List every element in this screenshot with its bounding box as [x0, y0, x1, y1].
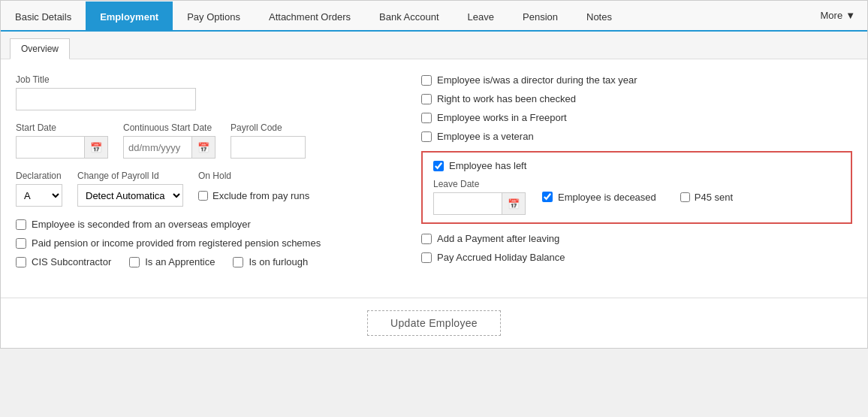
on-hold-group: On Hold Exclude from pay runs [198, 171, 309, 201]
apprentice-label: Is an Apprentice [145, 256, 215, 267]
exclude-from-pay-runs-row: Exclude from pay runs [198, 190, 309, 201]
sub-tab-bar: Overview [1, 32, 867, 59]
right-column: Employee is/was a director during the ta… [421, 74, 852, 275]
employee-deceased-label: Employee is deceased [558, 192, 656, 203]
left-column: Job Title Start Date 01/01/2017 📅 Contin… [16, 74, 391, 275]
cis-subcontractor-checkbox[interactable] [16, 257, 26, 267]
tab-bar: Basic Details Employment Pay Options Att… [1, 1, 867, 32]
continuous-start-date-input[interactable] [124, 137, 191, 158]
date-row: Start Date 01/01/2017 📅 Continuous Start… [16, 122, 391, 159]
bottom-right-checkboxes: Add a Payment after leaving Pay Accrued … [421, 233, 852, 263]
tab-pay-options[interactable]: Pay Options [173, 2, 255, 32]
leave-date-input[interactable]: 10/01/2024 [434, 193, 502, 214]
continuous-start-date-wrap: 📅 [123, 136, 215, 159]
veteran-checkbox[interactable] [421, 131, 432, 142]
payroll-code-input[interactable]: 1 [231, 136, 306, 159]
apprentice-item: Is an Apprentice [129, 256, 215, 267]
start-date-input[interactable]: 01/01/2017 [17, 137, 84, 158]
more-label: More [821, 10, 843, 21]
right-top-checkboxes: Employee is/was a director during the ta… [421, 74, 852, 142]
declaration-row: Declaration A Change of Payroll Id Detec… [16, 171, 391, 207]
seconded-checkbox[interactable] [16, 219, 26, 230]
add-payment-after-leaving-item: Add a Payment after leaving [421, 233, 852, 244]
employee-left-highlighted-box: Employee has left Leave Date 10/01/2024 … [421, 151, 852, 224]
pay-accrued-holiday-label: Pay Accrued Holiday Balance [437, 252, 565, 263]
tab-pension[interactable]: Pension [508, 2, 572, 32]
continuous-start-date-group: Continuous Start Date 📅 [123, 122, 215, 159]
add-payment-after-leaving-checkbox[interactable] [421, 234, 432, 244]
chevron-down-icon: ▼ [845, 10, 855, 21]
veteran-checkbox-item: Employee is a veteran [421, 131, 852, 142]
content-area: Job Title Start Date 01/01/2017 📅 Contin… [1, 59, 867, 290]
lower-checks-row: CIS Subcontractor Is an Apprentice Is on… [16, 256, 391, 275]
change-payroll-id-group: Change of Payroll Id Detect Automatica [77, 171, 183, 207]
start-date-calendar-btn[interactable]: 📅 [84, 137, 107, 158]
tab-employment[interactable]: Employment [86, 2, 173, 32]
director-label: Employee is/was a director during the ta… [437, 74, 637, 86]
paid-pension-checkbox-item: Paid pension or income provided from reg… [16, 237, 391, 249]
furlough-label: Is on furlough [249, 256, 308, 267]
two-columns: Job Title Start Date 01/01/2017 📅 Contin… [16, 74, 852, 275]
furlough-item: Is on furlough [233, 256, 308, 267]
on-hold-label: On Hold [198, 171, 309, 181]
seconded-checkbox-item: Employee is seconded from an overseas em… [16, 219, 391, 230]
tab-leave[interactable]: Leave [454, 2, 508, 32]
job-title-input[interactable] [16, 88, 196, 110]
change-payroll-id-select[interactable]: Detect Automatica [78, 185, 182, 206]
add-payment-after-leaving-label: Add a Payment after leaving [437, 233, 559, 244]
freeport-label: Employee works in a Freeport [437, 112, 567, 123]
footer: Update Employee [1, 298, 867, 348]
declaration-select-wrap: A [16, 184, 62, 207]
leave-date-group: Leave Date 10/01/2024 📅 [433, 179, 526, 215]
cis-subcontractor-label: CIS Subcontractor [32, 256, 111, 267]
start-date-group: Start Date 01/01/2017 📅 [16, 122, 108, 159]
change-payroll-id-wrap: Detect Automatica [77, 184, 183, 207]
job-title-group: Job Title [16, 74, 391, 110]
director-checkbox-item: Employee is/was a director during the ta… [421, 74, 852, 86]
seconded-label: Employee is seconded from an overseas em… [32, 219, 251, 230]
declaration-select[interactable]: A [17, 185, 62, 206]
update-employee-button[interactable]: Update Employee [367, 310, 501, 336]
p45-checkbox[interactable] [680, 192, 690, 202]
right-to-work-checkbox-item: Right to work has been checked [421, 93, 852, 104]
pay-accrued-holiday-item: Pay Accrued Holiday Balance [421, 252, 852, 263]
right-to-work-checkbox[interactable] [421, 94, 432, 104]
tab-basic-details[interactable]: Basic Details [1, 2, 86, 32]
exclude-from-pay-runs-checkbox[interactable] [198, 191, 208, 201]
employee-deceased-item: Employee is deceased [542, 192, 656, 203]
furlough-checkbox[interactable] [233, 257, 243, 267]
employee-deceased-checkbox[interactable] [542, 192, 553, 202]
tab-attachment-orders[interactable]: Attachment Orders [255, 2, 365, 32]
main-container: Basic Details Employment Pay Options Att… [0, 0, 868, 349]
tab-bank-account[interactable]: Bank Account [365, 2, 454, 32]
p45-label: P45 sent [695, 192, 733, 203]
tab-notes[interactable]: Notes [572, 2, 626, 32]
payroll-code-group: Payroll Code 1 [231, 122, 306, 159]
cis-subcontractor-item: CIS Subcontractor [16, 256, 111, 267]
director-checkbox[interactable] [421, 75, 432, 86]
continuous-start-date-calendar-btn[interactable]: 📅 [191, 137, 215, 158]
continuous-start-date-label: Continuous Start Date [123, 122, 215, 133]
payroll-code-label: Payroll Code [231, 122, 306, 133]
leave-date-calendar-btn[interactable]: 📅 [502, 193, 525, 214]
tab-more[interactable]: More ▼ [809, 1, 868, 30]
apprentice-checkbox[interactable] [129, 257, 140, 267]
paid-pension-label: Paid pension or income provided from reg… [32, 237, 321, 249]
paid-pension-checkbox[interactable] [16, 238, 26, 249]
change-payroll-id-label: Change of Payroll Id [77, 171, 183, 181]
declaration-group: Declaration A [16, 171, 62, 207]
leave-date-wrap: 10/01/2024 📅 [433, 192, 526, 215]
exclude-from-pay-runs-label: Exclude from pay runs [212, 190, 309, 201]
declaration-label: Declaration [16, 171, 62, 181]
leave-date-row: Leave Date 10/01/2024 📅 Employee is dece… [433, 179, 840, 215]
start-date-label: Start Date [16, 122, 108, 133]
pay-accrued-holiday-checkbox[interactable] [421, 252, 432, 263]
employee-has-left-checkbox[interactable] [433, 161, 444, 171]
leave-date-label: Leave Date [433, 179, 526, 189]
start-date-wrap: 01/01/2017 📅 [16, 136, 108, 159]
p45-row: P45 sent [680, 192, 733, 203]
right-to-work-label: Right to work has been checked [437, 93, 576, 104]
freeport-checkbox-item: Employee works in a Freeport [421, 112, 852, 123]
sub-tab-overview[interactable]: Overview [10, 38, 70, 59]
freeport-checkbox[interactable] [421, 113, 432, 123]
